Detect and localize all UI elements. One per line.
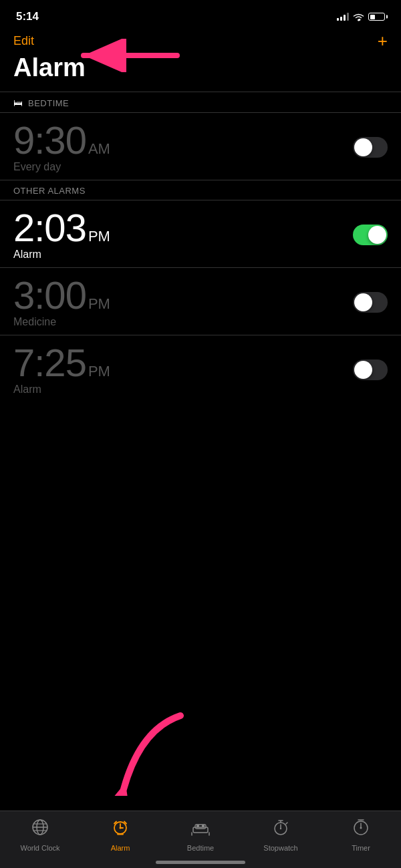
- bedtime-alarm-info: 9:30 AM Every day: [13, 121, 110, 173]
- bedtime-alarm-time: 9:30: [13, 121, 86, 160]
- header: Edit +: [0, 29, 401, 49]
- alarm-203-label: Alarm: [13, 249, 110, 261]
- bedtime-tab-icon: [191, 818, 210, 841]
- home-indicator: [156, 861, 245, 864]
- bedtime-toggle-knob: [354, 138, 372, 156]
- alarm-203-period: PM: [88, 228, 110, 245]
- tab-alarm-label: Alarm: [111, 844, 130, 852]
- alarm-203-toggle[interactable]: [353, 225, 388, 245]
- alarm-203-toggle-knob: [368, 226, 386, 244]
- battery-icon: [368, 13, 385, 21]
- alarm-300-time: 3:00: [13, 276, 86, 315]
- status-time: 5:14: [16, 10, 39, 23]
- tab-bedtime-label: Bedtime: [187, 844, 214, 852]
- alarm-203-time: 2:03: [13, 208, 86, 247]
- alarm-300-toggle[interactable]: [353, 292, 388, 313]
- svg-point-0: [358, 19, 360, 21]
- tab-stopwatch-label: Stopwatch: [263, 844, 297, 852]
- alarm-300-time-row: 3:00 PM: [13, 276, 110, 315]
- add-button[interactable]: +: [378, 32, 388, 49]
- alarm-300-toggle-knob: [354, 293, 372, 311]
- alarm-725-time: 7:25: [13, 343, 86, 382]
- stopwatch-tab-icon: [271, 818, 290, 841]
- bedtime-section-header: 🛏 BEDTIME: [0, 92, 401, 112]
- edit-button[interactable]: Edit: [13, 34, 34, 48]
- wifi-icon: [353, 13, 364, 21]
- alarm-300-label: Medicine: [13, 316, 110, 328]
- bedtime-alarm-time-row: 9:30 AM: [13, 121, 110, 160]
- alarm-row-203[interactable]: 2:03 PM Alarm: [0, 200, 401, 267]
- signal-icon: [337, 13, 349, 21]
- svg-rect-19: [202, 825, 205, 827]
- status-icons: [337, 13, 385, 21]
- svg-rect-18: [196, 825, 199, 827]
- tab-stopwatch[interactable]: Stopwatch: [251, 818, 311, 852]
- alarm-300-period: PM: [88, 295, 110, 313]
- tab-timer[interactable]: Timer: [331, 818, 391, 852]
- alarm-203-time-row: 2:03 PM: [13, 208, 110, 247]
- svg-line-27: [286, 823, 287, 824]
- other-alarms-section-header: OTHER ALARMS: [0, 180, 401, 200]
- alarm-203-info: 2:03 PM Alarm: [13, 208, 110, 261]
- bedtime-alarm-period: AM: [88, 140, 110, 158]
- alarm-tab-icon: [111, 818, 130, 841]
- alarm-300-info: 3:00 PM Medicine: [13, 276, 110, 328]
- alarm-725-toggle-knob: [354, 361, 372, 379]
- alarm-725-info: 7:25 PM Alarm: [13, 343, 110, 396]
- status-bar: 5:14: [0, 0, 401, 29]
- bedtime-alarm-toggle[interactable]: [353, 137, 388, 158]
- tab-world-clock-label: World Clock: [20, 844, 59, 852]
- svg-point-24: [280, 828, 281, 829]
- tab-alarm[interactable]: Alarm: [90, 818, 150, 852]
- timer-tab-icon: [352, 818, 370, 841]
- alarm-725-period: PM: [88, 363, 110, 380]
- tab-timer-label: Timer: [352, 844, 370, 852]
- bedtime-alarm-label: Every day: [13, 161, 110, 173]
- bedtime-section-label: BEDTIME: [28, 98, 69, 108]
- alarm-tab-arrow-annotation: [87, 709, 194, 796]
- page-title: Alarm: [0, 49, 401, 92]
- tab-bar: World Clock Alarm: [0, 811, 401, 868]
- alarm-725-time-row: 7:25 PM: [13, 343, 110, 382]
- tab-world-clock[interactable]: World Clock: [10, 818, 70, 852]
- alarm-725-toggle[interactable]: [353, 359, 388, 380]
- svg-point-30: [360, 827, 362, 829]
- bed-icon: 🛏: [13, 98, 23, 108]
- alarm-row-300[interactable]: 3:00 PM Medicine: [0, 267, 401, 335]
- other-alarms-section-label: OTHER ALARMS: [13, 186, 86, 196]
- tab-bedtime[interactable]: Bedtime: [170, 818, 231, 852]
- alarm-row-725[interactable]: 7:25 PM Alarm: [0, 335, 401, 402]
- alarm-725-label: Alarm: [13, 384, 110, 396]
- world-clock-icon: [31, 818, 49, 841]
- bedtime-alarm-row[interactable]: 9:30 AM Every day: [0, 112, 401, 180]
